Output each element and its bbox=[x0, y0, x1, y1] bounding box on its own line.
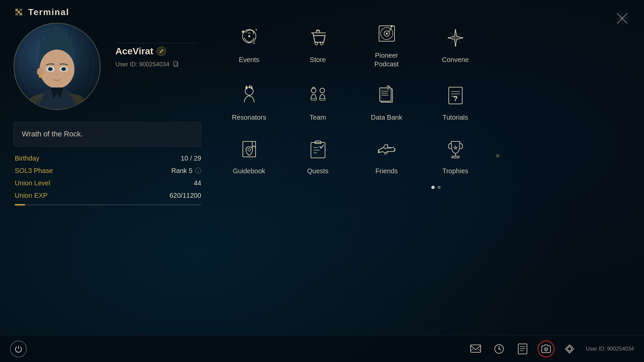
menu-item-team[interactable]: Team bbox=[283, 75, 352, 129]
sol3-info-icon[interactable]: i bbox=[195, 168, 201, 174]
notes-button[interactable] bbox=[514, 341, 531, 357]
pagination-dot-2[interactable] bbox=[437, 186, 441, 189]
svg-point-54 bbox=[311, 88, 316, 93]
svg-point-89 bbox=[545, 349, 547, 350]
svg-rect-4 bbox=[15, 9, 18, 11]
tutorials-icon: ? bbox=[442, 82, 469, 109]
guidebook-label: Guidebook bbox=[233, 167, 265, 175]
events-icon bbox=[236, 24, 263, 51]
pagination-dots bbox=[215, 186, 631, 189]
store-label: Store bbox=[310, 55, 326, 64]
sol3-row: SOL3 Phase Rank 5 i bbox=[15, 167, 201, 175]
menu-item-friends[interactable]: Friends bbox=[352, 129, 421, 182]
team-label: Team bbox=[310, 113, 326, 122]
settings-button[interactable] bbox=[561, 341, 578, 357]
databank-label: Data Bank bbox=[371, 113, 402, 122]
menu-item-resonators[interactable]: Resonators bbox=[215, 75, 283, 129]
svg-point-28 bbox=[49, 68, 52, 70]
svg-point-33 bbox=[248, 35, 250, 37]
svg-point-48 bbox=[462, 37, 463, 39]
menu-item-store[interactable]: Store bbox=[283, 13, 352, 75]
taskbar-right: User ID: 900254034 bbox=[467, 341, 634, 357]
svg-rect-7 bbox=[19, 13, 22, 15]
avatar-image bbox=[13, 23, 101, 110]
podcast-label: PioneerPodcast bbox=[374, 51, 398, 68]
svg-line-79 bbox=[478, 349, 481, 351]
friends-label: Friends bbox=[375, 167, 398, 175]
union-exp-label: Union EXP bbox=[15, 192, 48, 199]
svg-text:?: ? bbox=[386, 84, 390, 91]
svg-rect-55 bbox=[311, 99, 316, 100]
svg-rect-5 bbox=[19, 9, 22, 11]
team-icon bbox=[305, 82, 331, 109]
close-button[interactable] bbox=[614, 10, 631, 27]
avatar-section: AceVirat User ID: 900254034 bbox=[13, 23, 201, 117]
svg-point-45 bbox=[455, 29, 456, 31]
taskbar-left bbox=[10, 341, 27, 357]
tutorials-label: Tutorials bbox=[443, 113, 468, 122]
guidebook-icon bbox=[236, 136, 263, 163]
birthday-value: 10 / 29 bbox=[181, 155, 201, 162]
convene-label: Convene bbox=[442, 55, 469, 64]
avatar-info: AceVirat User ID: 900254034 bbox=[115, 23, 201, 68]
resonators-label: Resonators bbox=[232, 113, 266, 122]
svg-rect-6 bbox=[15, 13, 18, 15]
svg-rect-77 bbox=[471, 345, 481, 352]
username-row: AceVirat bbox=[115, 46, 201, 57]
mail-button[interactable] bbox=[467, 341, 484, 357]
sol3-value: Rank 5 i bbox=[171, 167, 201, 175]
svg-line-43 bbox=[389, 26, 392, 32]
menu-item-trophies[interactable]: Trophies » bbox=[421, 129, 490, 182]
union-exp-fill bbox=[15, 204, 25, 205]
svg-rect-84 bbox=[518, 344, 527, 354]
svg-rect-69 bbox=[243, 141, 256, 157]
copy-user-id-button[interactable] bbox=[173, 61, 179, 68]
pagination-dot-1[interactable] bbox=[431, 186, 435, 189]
user-id-label: User ID: 900254034 bbox=[115, 61, 169, 68]
resonators-icon bbox=[236, 82, 263, 109]
svg-text:?: ? bbox=[453, 95, 458, 103]
terminal-icon bbox=[13, 7, 24, 17]
svg-rect-76 bbox=[452, 156, 459, 158]
menu-item-events[interactable]: Events bbox=[215, 13, 283, 75]
svg-point-56 bbox=[320, 88, 325, 93]
svg-point-22 bbox=[37, 68, 44, 76]
birthday-row: Birthday 10 / 29 bbox=[15, 155, 201, 162]
stats-section: Birthday 10 / 29 SOL3 Phase Rank 5 i Uni… bbox=[13, 155, 201, 205]
menu-item-convene[interactable]: Convene bbox=[421, 13, 490, 75]
svg-line-52 bbox=[458, 40, 461, 43]
sol3-label: SOL3 Phase bbox=[15, 167, 53, 175]
svg-point-46 bbox=[455, 45, 456, 47]
menu-item-quests[interactable]: Quests bbox=[283, 129, 352, 182]
power-button[interactable] bbox=[10, 341, 27, 357]
union-exp-row: Union EXP 620/11200 bbox=[15, 192, 201, 199]
clock-button[interactable] bbox=[491, 341, 507, 357]
svg-point-23 bbox=[39, 75, 42, 78]
edit-username-button[interactable] bbox=[157, 47, 166, 56]
podcast-icon bbox=[373, 20, 400, 47]
svg-rect-57 bbox=[320, 99, 325, 100]
menu-item-data-bank[interactable]: ? Data Bank bbox=[352, 75, 421, 129]
menu-item-pioneer-podcast[interactable]: PioneerPodcast bbox=[352, 13, 421, 75]
right-panel: Events Store bbox=[215, 13, 631, 189]
avatar-frame bbox=[13, 23, 107, 117]
quests-icon bbox=[305, 136, 331, 163]
terminal-header: Terminal bbox=[13, 7, 201, 17]
svg-point-47 bbox=[448, 37, 449, 39]
svg-rect-31 bbox=[173, 61, 177, 66]
store-icon bbox=[305, 24, 331, 51]
user-id-row: User ID: 900254034 bbox=[115, 61, 201, 68]
svg-line-50 bbox=[458, 33, 461, 36]
camera-button[interactable] bbox=[538, 341, 554, 357]
quests-label: Quests bbox=[307, 167, 328, 175]
svg-point-90 bbox=[568, 347, 572, 351]
menu-item-guidebook[interactable]: Guidebook bbox=[215, 129, 283, 182]
left-panel: Terminal bbox=[13, 7, 201, 205]
svg-line-78 bbox=[471, 349, 473, 351]
taskbar: User ID: 900254034 bbox=[0, 335, 644, 362]
menu-grid: Events Store bbox=[215, 13, 490, 182]
menu-item-tutorials[interactable]: ? Tutorials bbox=[421, 75, 490, 129]
birthday-label: Birthday bbox=[15, 155, 39, 162]
quote-box: Wrath of the Rock. bbox=[13, 122, 201, 146]
more-arrow[interactable]: » bbox=[496, 151, 500, 160]
